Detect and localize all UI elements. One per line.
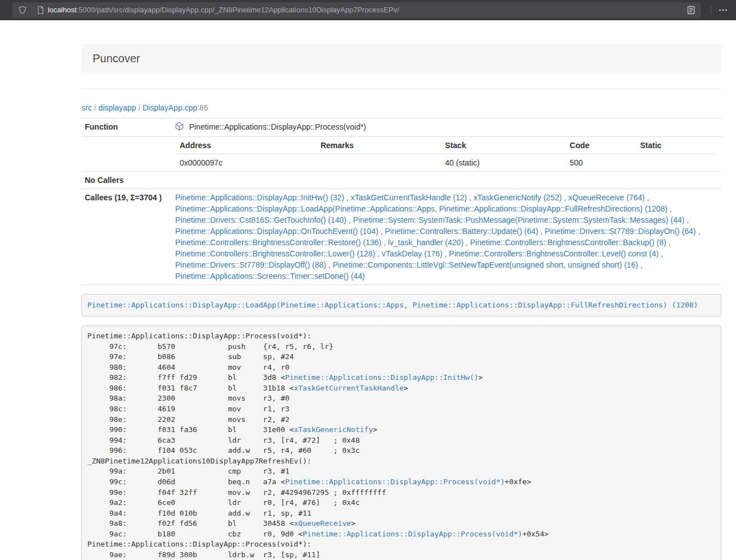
function-row: Function Pinetime::Applications::Display… [81,118,721,137]
divider [711,5,711,15]
main-content: Puncover src / displayapp / DisplayApp.c… [81,20,721,560]
function-name: Pinetime::Applications::DisplayApp::Proc… [189,122,366,131]
callee-link[interactable]: xQueueReceive (764) [568,193,644,202]
breadcrumb-link[interactable]: src [81,103,92,112]
breadcrumb: src / displayapp / DisplayApp.cpp:86 [81,102,721,113]
page-icon[interactable] [36,6,44,15]
function-cube-icon [175,123,186,132]
function-row-label: Function [81,118,171,137]
callee-separator: , [464,238,470,247]
callee-link[interactable]: xTaskGetCurrentTaskHandle (12) [351,193,467,202]
code-symbol-link[interactable]: Pinetime::Applications::DisplayApp::Proc… [285,478,505,486]
callee-separator: , [638,260,643,269]
symbol-table: Function Pinetime::Applications::Display… [81,118,721,285]
divider [31,5,32,15]
breadcrumb-line-number: :86 [197,103,208,112]
url-text: localhost:5000/path/src/displayapp/Displ… [48,6,686,14]
callees-label: Callees (19, Σ=3704 ) [81,189,171,285]
callee-separator: , [326,260,333,269]
selected-callee-box: Pinetime::Applications::DisplayApp::Load… [81,294,721,316]
browser-toolbar: localhost:5000/path/src/displayapp/Displ… [0,0,736,20]
callee-link[interactable]: Pinetime::Drivers::St7789::DisplayOn() (… [545,227,696,236]
callee-link[interactable]: vTaskDelay (176) [382,249,442,258]
code-symbol-link[interactable]: Pinetime::Applications::DisplayApp::Proc… [303,530,522,538]
code-symbol-link[interactable]: xTaskGenericNotify [294,425,373,434]
callee-separator: , [666,238,671,247]
callee-separator: , [644,193,649,202]
callee-link[interactable]: Pinetime::System::SystemTask::PushMessag… [353,215,685,224]
divider [81,89,721,89]
function-stats-table: Address Remarks Stack Code Static 0x0000… [175,137,717,171]
callee-separator: , [375,249,382,258]
page-title: Puncover [93,52,140,65]
callee-link[interactable]: Pinetime::Drivers::St7789::DisplayOff() … [175,260,326,269]
column-header-remarks: Remarks [316,137,441,154]
callee-link[interactable]: xTaskGenericNotify (252) [473,193,561,202]
function-stats-values: 0x0000097c 40 (static) 500 [175,154,717,172]
callee-separator: , [696,227,701,236]
code-symbol-link[interactable]: xQueueReceive [294,519,351,527]
static-value [636,154,717,172]
callee-separator: , [659,249,663,258]
callee-separator: , [562,193,569,202]
callee-link[interactable]: Pinetime::Controllers::Battery::Update()… [385,227,538,236]
callee-link[interactable]: Pinetime::Applications::DisplayApp::Init… [175,193,344,202]
callee-link[interactable]: Pinetime::Controllers::BrightnessControl… [470,238,666,247]
callee-separator: , [344,193,351,202]
callee-separator: , [467,193,474,202]
callee-link[interactable]: Pinetime::Controllers::BrightnessControl… [449,249,659,258]
url-path: :5000/path/src/displayapp/DisplayApp.cpp… [76,6,399,14]
callee-separator: , [381,238,388,247]
code-size-value: 500 [565,154,636,172]
url-bar[interactable]: localhost:5000/path/src/displayapp/Displ… [12,2,701,18]
column-header-code: Code [565,137,636,154]
callee-link[interactable]: lv_task_handler (420) [388,238,464,247]
callee-separator: , [668,204,672,213]
menu-icon[interactable] [718,6,728,15]
stack-value: 40 (static) [441,154,565,172]
address-value: 0x0000097c [175,154,316,172]
column-header-static: Static [636,137,717,154]
callees-row: Callees (19, Σ=3704 ) Pinetime::Applicat… [81,189,721,285]
function-stats-row: Address Remarks Stack Code Static 0x0000… [81,137,721,172]
callees-list: Pinetime::Applications::DisplayApp::Init… [171,189,721,285]
callers-row: No Callers [81,172,721,189]
column-header-address: Address [175,137,316,154]
callee-separator: , [684,215,689,224]
code-symbol-link[interactable]: Pinetime::Applications::DisplayApp::Init… [285,373,478,382]
reader-mode-icon[interactable] [686,5,696,15]
callee-link[interactable]: Pinetime::Applications::DisplayApp::OnTo… [175,227,378,236]
remarks-value [316,154,441,172]
callee-link[interactable]: Pinetime::Controllers::BrightnessControl… [175,238,381,247]
callee-separator: , [538,227,545,236]
shield-icon[interactable] [18,6,27,15]
breadcrumb-link[interactable]: displayapp [98,103,136,112]
callee-link[interactable]: Pinetime::Applications::DisplayApp::Load… [175,204,668,213]
selected-callee-link[interactable]: Pinetime::Applications::DisplayApp::Load… [88,301,698,309]
callee-separator: , [378,227,385,236]
callee-link[interactable]: Pinetime::Applications::Screens::Timer::… [175,272,365,281]
no-callers-label: No Callers [81,172,171,189]
callee-link[interactable]: Pinetime::Components::LittleVgl::SetNewT… [333,260,638,269]
breadcrumb-link[interactable]: DisplayApp.cpp [143,103,197,112]
breadcrumb-separator: / [136,103,143,112]
callee-separator: , [442,249,449,258]
callee-separator: , [346,215,353,224]
code-symbol-link[interactable]: xTaskGetCurrentTaskHandle [294,384,404,392]
callee-link[interactable]: Pinetime::Controllers::BrightnessControl… [175,249,375,258]
callee-link[interactable]: Pinetime::Drivers::Cst816S::GetTouchInfo… [175,215,346,224]
assembly-listing: Pinetime::Applications::DisplayApp::Proc… [81,325,721,560]
breadcrumb-separator: / [92,103,99,112]
url-host: localhost [48,6,76,14]
page-header: Puncover [81,44,721,73]
column-header-stack: Stack [441,137,565,154]
